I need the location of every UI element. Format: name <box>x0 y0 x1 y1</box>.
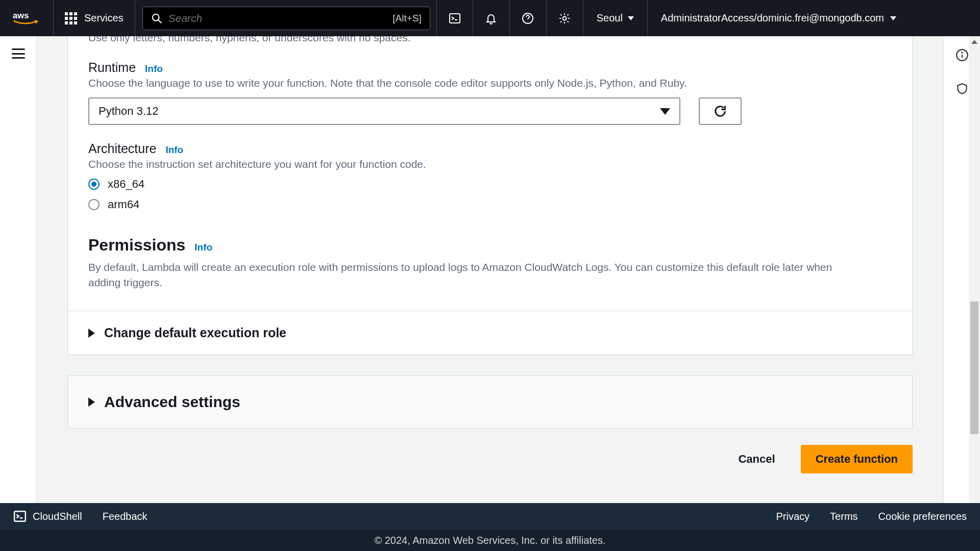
change-execution-role-label: Change default execution role <box>104 325 286 340</box>
dropdown-caret-icon <box>660 108 670 115</box>
refresh-runtimes-button[interactable] <box>699 97 742 125</box>
runtime-select[interactable]: Python 3.12 <box>88 97 680 125</box>
settings-button[interactable] <box>547 0 583 36</box>
refresh-icon <box>713 104 727 118</box>
terminal-icon <box>13 510 27 523</box>
privacy-link[interactable]: Privacy <box>776 511 810 522</box>
copyright-text: © 2024, Amazon Web Services, Inc. or its… <box>374 535 605 546</box>
info-panel-icon[interactable] <box>955 48 969 62</box>
function-name-hint: Use only letters, numbers, hyphens, or u… <box>88 36 892 44</box>
svg-point-7 <box>563 16 567 20</box>
permissions-description: By default, Lambda will create an execut… <box>88 260 864 290</box>
svg-point-10 <box>962 52 962 53</box>
help-button[interactable] <box>510 0 547 36</box>
services-menu-button[interactable]: Services <box>54 0 135 36</box>
left-rail <box>0 36 37 551</box>
security-panel-icon[interactable] <box>955 82 969 95</box>
caret-down-icon <box>890 16 896 20</box>
runtime-selected-value: Python 3.12 <box>99 105 158 118</box>
expand-caret-icon <box>88 329 95 338</box>
region-selector[interactable]: Seoul <box>583 0 648 36</box>
cloudshell-label: CloudShell <box>33 511 82 522</box>
bell-icon <box>485 12 497 24</box>
cancel-button[interactable]: Cancel <box>727 445 786 473</box>
architecture-option-arm64: arm64 <box>108 198 139 211</box>
terminal-icon <box>449 12 461 24</box>
cloudshell-icon-button[interactable] <box>436 0 473 36</box>
scroll-up-button[interactable] <box>969 36 980 47</box>
gear-icon <box>558 12 571 24</box>
search-shortcut-hint: [Alt+S] <box>393 13 422 24</box>
notifications-button[interactable] <box>473 0 510 36</box>
account-menu[interactable]: AdministratorAccess/dominic.frei@mongodb… <box>648 0 910 36</box>
help-icon <box>522 12 534 24</box>
cloudshell-link[interactable]: CloudShell <box>13 510 82 523</box>
page-body: Use only letters, numbers, hyphens, or u… <box>37 36 943 551</box>
architecture-info-link[interactable]: Info <box>165 144 183 156</box>
architecture-radio-x86[interactable]: x86_64 <box>88 178 892 191</box>
architecture-radio-arm64[interactable]: arm64 <box>88 198 892 211</box>
nav-icon-group <box>436 0 583 36</box>
feedback-link[interactable]: Feedback <box>103 511 148 522</box>
advanced-settings-card: Advanced settings <box>67 375 913 429</box>
basic-info-card: Use only letters, numbers, hyphens, or u… <box>67 36 913 355</box>
svg-text:aws: aws <box>13 11 29 20</box>
radio-icon-unchecked <box>88 199 100 210</box>
architecture-label: Architecture <box>88 141 156 156</box>
architecture-option-x86: x86_64 <box>108 178 144 191</box>
runtime-help: Choose the language to use to write your… <box>88 77 892 89</box>
region-label: Seoul <box>597 12 623 24</box>
svg-rect-11 <box>14 511 26 521</box>
services-label: Services <box>84 12 124 24</box>
expand-caret-icon <box>88 397 95 407</box>
permissions-heading: Permissions <box>88 236 185 255</box>
vertical-scrollbar[interactable] <box>969 36 980 551</box>
cookie-preferences-link[interactable]: Cookie preferences <box>878 511 967 522</box>
global-search[interactable]: [Alt+S] <box>142 7 430 30</box>
grid-icon <box>65 12 77 24</box>
create-function-button[interactable]: Create function <box>801 445 913 473</box>
scrollbar-thumb[interactable] <box>970 302 978 434</box>
footer-bar: CloudShell Feedback Privacy Terms Cookie… <box>0 503 980 530</box>
runtime-info-link[interactable]: Info <box>145 63 163 74</box>
advanced-settings-label: Advanced settings <box>104 393 240 411</box>
permissions-info-link[interactable]: Info <box>194 242 212 253</box>
search-icon <box>151 13 162 24</box>
advanced-settings-expander[interactable]: Advanced settings <box>68 376 912 428</box>
copyright-bar: © 2024, Amazon Web Services, Inc. or its… <box>0 530 980 551</box>
change-execution-role-expander[interactable]: Change default execution role <box>68 311 912 355</box>
terms-link[interactable]: Terms <box>830 511 857 522</box>
architecture-help: Choose the instruction set architecture … <box>88 158 892 170</box>
runtime-label: Runtime <box>88 60 136 75</box>
top-nav: aws Services [Alt+S] Seoul Administrator… <box>0 0 980 36</box>
svg-point-1 <box>152 14 159 20</box>
svg-line-2 <box>158 19 161 22</box>
caret-down-icon <box>628 16 634 20</box>
svg-rect-3 <box>450 14 460 23</box>
open-side-nav-button[interactable] <box>12 48 25 59</box>
account-label: AdministratorAccess/dominic.frei@mongodb… <box>661 12 884 24</box>
aws-logo[interactable]: aws <box>0 0 54 36</box>
form-actions: Cancel Create function <box>67 445 913 473</box>
radio-icon-checked <box>88 179 100 190</box>
search-input[interactable] <box>168 12 393 24</box>
